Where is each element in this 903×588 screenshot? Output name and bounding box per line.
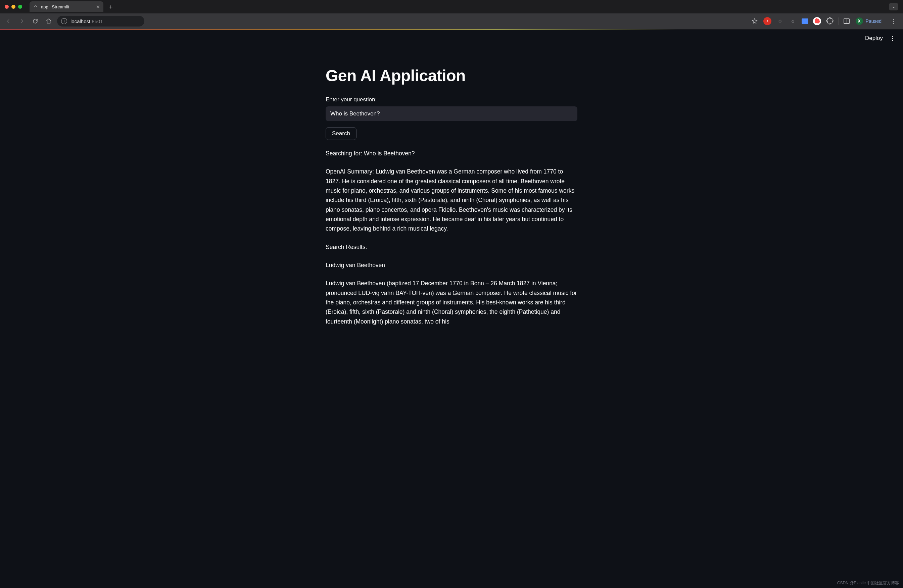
question-label: Enter your question: bbox=[326, 96, 577, 103]
page-viewport: Deploy Gen AI Application Enter your que… bbox=[0, 30, 903, 588]
tab-favicon-icon bbox=[33, 4, 38, 9]
site-info-icon[interactable]: i bbox=[61, 18, 67, 24]
window-close-button[interactable] bbox=[5, 5, 9, 9]
home-button[interactable] bbox=[44, 16, 54, 26]
extensions-puzzle-icon[interactable] bbox=[826, 17, 834, 25]
reload-button[interactable] bbox=[30, 16, 40, 26]
search-results-header: Search Results: bbox=[326, 242, 577, 252]
bookmark-star-icon[interactable] bbox=[750, 17, 759, 25]
toolbar-separator bbox=[838, 17, 839, 25]
extension-icon-2[interactable] bbox=[802, 19, 808, 24]
toolbar-icons: ⚙ ⦸ X Paused bbox=[750, 16, 898, 26]
profile-status: Paused bbox=[866, 19, 881, 24]
tab-title: app · Streamlit bbox=[41, 5, 69, 9]
app-content: Gen AI Application Enter your question: … bbox=[319, 30, 584, 348]
result-body: Ludwig van Beethoven (baptized 17 Decemb… bbox=[326, 278, 577, 326]
browser-toolbar: i localhost:8501 ⚙ ⦸ X Paused bbox=[0, 13, 903, 29]
window-minimize-button[interactable] bbox=[11, 5, 16, 9]
url-host: localhost bbox=[71, 19, 90, 24]
deploy-button[interactable]: Deploy bbox=[865, 35, 883, 42]
address-bar[interactable]: i localhost:8501 bbox=[57, 16, 144, 27]
browser-tab[interactable]: app · Streamlit ✕ bbox=[30, 2, 104, 12]
search-button[interactable]: Search bbox=[326, 127, 357, 140]
side-panel-icon[interactable] bbox=[843, 19, 850, 24]
window-controls bbox=[5, 5, 22, 9]
extension-icon-1[interactable] bbox=[763, 17, 771, 25]
watermark: CSDN @Elastic 中国社区官方博客 bbox=[837, 580, 899, 586]
extension-block-icon[interactable]: ⦸ bbox=[789, 17, 797, 25]
tab-strip: app · Streamlit ✕ ＋ ⌄ bbox=[0, 0, 903, 13]
streamlit-toolbar: Deploy bbox=[865, 35, 896, 42]
searching-status: Searching for: Who is Beethoven? bbox=[326, 149, 577, 158]
browser-window: app · Streamlit ✕ ＋ ⌄ i localhost:8501 bbox=[0, 0, 903, 588]
page-title: Gen AI Application bbox=[326, 66, 577, 85]
extension-settings-icon[interactable]: ⚙ bbox=[776, 17, 784, 25]
browser-menu-button[interactable] bbox=[890, 19, 898, 24]
openai-summary: OpenAI Summary: Ludwig van Beethoven was… bbox=[326, 167, 577, 233]
result-title: Ludwig van Beethoven bbox=[326, 261, 577, 270]
tab-close-icon[interactable]: ✕ bbox=[96, 4, 100, 9]
url-port: :8501 bbox=[90, 19, 103, 24]
brave-shield-icon[interactable] bbox=[813, 17, 821, 25]
tabs-dropdown-button[interactable]: ⌄ bbox=[889, 3, 898, 10]
streamlit-menu-button[interactable] bbox=[889, 36, 896, 41]
back-button[interactable] bbox=[3, 16, 13, 26]
window-maximize-button[interactable] bbox=[18, 5, 22, 9]
question-input[interactable] bbox=[326, 106, 577, 121]
forward-button[interactable] bbox=[17, 16, 27, 26]
profile-chip[interactable]: X Paused bbox=[854, 16, 885, 26]
profile-avatar-icon: X bbox=[856, 17, 863, 25]
new-tab-button[interactable]: ＋ bbox=[106, 2, 115, 11]
